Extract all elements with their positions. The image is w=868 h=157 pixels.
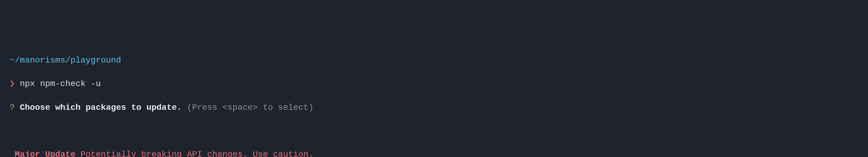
cwd: ~/manorisms/playground bbox=[10, 56, 121, 65]
choose-hint: (Press <space> to select) bbox=[187, 103, 313, 112]
blank-line bbox=[10, 125, 858, 137]
command-text: npx npm-check -u bbox=[20, 79, 101, 88]
command-line: ❯ npx npm-check -u bbox=[10, 78, 858, 90]
cwd-line: ~/manorisms/playground bbox=[10, 54, 858, 66]
prompt-symbol: ❯ bbox=[10, 79, 15, 88]
section-header-line: Major Update Potentially breaking API ch… bbox=[10, 149, 858, 157]
question-mark-icon: ? bbox=[10, 103, 15, 112]
major-label: Major bbox=[15, 150, 40, 157]
choose-line: ? Choose which packages to update. (Pres… bbox=[10, 102, 858, 113]
choose-label: Choose which packages to update. bbox=[20, 103, 182, 112]
update-label: Update bbox=[45, 150, 76, 157]
warning-text: Potentially breaking API changes. Use ca… bbox=[81, 150, 313, 157]
